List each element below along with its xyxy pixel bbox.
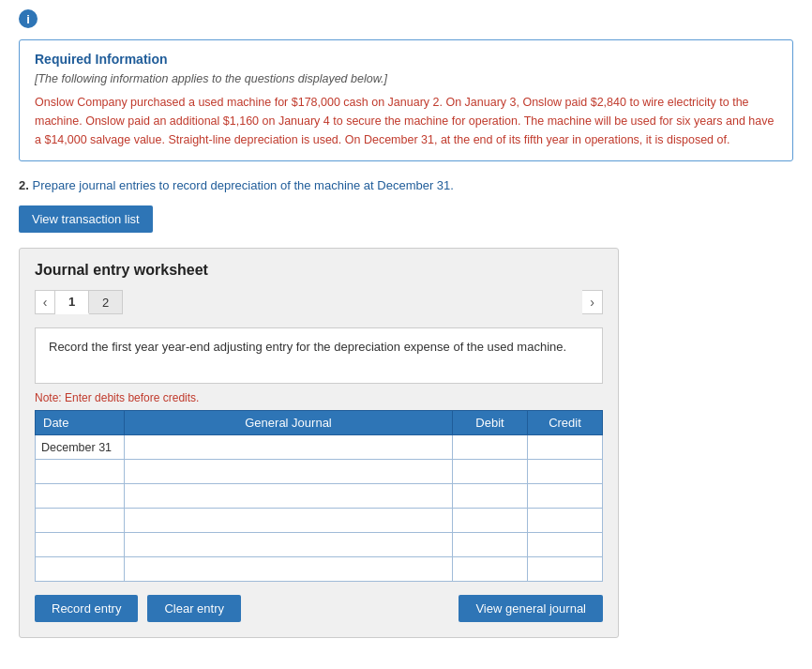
table-row [36, 533, 603, 557]
credit-input-1[interactable] [528, 435, 602, 459]
date-cell-5 [36, 533, 125, 557]
next-tab-button[interactable]: › [582, 290, 603, 314]
col-header-credit: Credit [528, 411, 603, 435]
debit-input-5[interactable] [453, 533, 527, 556]
credit-cell-6[interactable] [528, 557, 603, 582]
table-row [36, 484, 603, 509]
record-entry-button[interactable]: Record entry [35, 595, 138, 622]
left-arrow-icon: ‹ [43, 295, 48, 310]
journal-cell-4[interactable] [125, 509, 453, 533]
journal-input-3[interactable] [125, 484, 452, 508]
credit-input-4[interactable] [528, 509, 602, 532]
date-cell-6 [36, 557, 125, 582]
info-box-body: Onslow Company purchased a used machine … [35, 93, 777, 149]
date-cell-3 [36, 484, 125, 509]
tab-navigation: ‹ 1 2 › [35, 290, 603, 314]
journal-input-2[interactable] [125, 460, 452, 483]
table-row [36, 509, 603, 533]
question-number: 2. [19, 178, 29, 192]
journal-input-5[interactable] [125, 533, 452, 556]
journal-input-6[interactable] [125, 557, 452, 581]
info-icon: i [19, 9, 38, 28]
col-header-journal: General Journal [125, 411, 453, 435]
note-text: Note: Enter debits before credits. [35, 391, 603, 404]
journal-input-1[interactable] [125, 435, 452, 459]
journal-input-4[interactable] [125, 509, 452, 532]
date-cell-2 [36, 460, 125, 484]
tab-1-button[interactable]: 1 [55, 290, 89, 314]
debit-cell-3[interactable] [453, 484, 528, 509]
journal-cell-5[interactable] [125, 533, 453, 557]
debit-cell-1[interactable] [453, 435, 528, 460]
info-box-title: Required Information [35, 52, 777, 67]
col-header-debit: Debit [453, 411, 528, 435]
credit-cell-2[interactable] [528, 460, 603, 484]
question-label: 2. Prepare journal entries to record dep… [19, 178, 793, 192]
bottom-buttons: Record entry Clear entry View general jo… [35, 595, 603, 622]
instruction-text: Record the first year year-end adjusting… [49, 340, 566, 354]
table-row [36, 460, 603, 484]
journal-cell-6[interactable] [125, 557, 453, 582]
credit-input-3[interactable] [528, 484, 602, 508]
table-row: December 31 [36, 435, 603, 460]
debit-cell-2[interactable] [453, 460, 528, 484]
view-transaction-button[interactable]: View transaction list [19, 205, 153, 233]
worksheet-container: Journal entry worksheet ‹ 1 2 › Record t… [19, 248, 619, 638]
debit-cell-5[interactable] [453, 533, 528, 557]
table-row [36, 557, 603, 582]
credit-cell-1[interactable] [528, 435, 603, 460]
instruction-box: Record the first year year-end adjusting… [35, 327, 603, 384]
question-text: Prepare journal entries to record deprec… [32, 178, 453, 192]
clear-entry-button[interactable]: Clear entry [147, 595, 241, 622]
right-arrow-icon: › [590, 295, 594, 310]
debit-input-1[interactable] [453, 435, 527, 459]
credit-input-2[interactable] [528, 460, 602, 483]
credit-input-5[interactable] [528, 533, 602, 556]
debit-input-2[interactable] [453, 460, 527, 483]
journal-cell-2[interactable] [125, 460, 453, 484]
date-cell-4 [36, 509, 125, 533]
debit-input-6[interactable] [453, 557, 527, 581]
col-header-date: Date [36, 411, 125, 435]
info-box: Required Information [The following info… [19, 39, 793, 161]
debit-input-3[interactable] [453, 484, 527, 508]
credit-cell-5[interactable] [528, 533, 603, 557]
tab-2-button[interactable]: 2 [89, 290, 123, 314]
date-cell-1: December 31 [36, 435, 125, 460]
info-box-subtitle: [The following information applies to th… [35, 72, 777, 85]
debit-input-4[interactable] [453, 509, 527, 532]
credit-input-6[interactable] [528, 557, 602, 581]
debit-cell-4[interactable] [453, 509, 528, 533]
credit-cell-4[interactable] [528, 509, 603, 533]
worksheet-title: Journal entry worksheet [35, 262, 603, 279]
debit-cell-6[interactable] [453, 557, 528, 582]
credit-cell-3[interactable] [528, 484, 603, 509]
journal-cell-1[interactable] [125, 435, 453, 460]
journal-table: Date General Journal Debit Credit Decemb… [35, 410, 603, 582]
view-general-journal-button[interactable]: View general journal [459, 595, 603, 622]
prev-tab-button[interactable]: ‹ [35, 290, 55, 314]
journal-cell-3[interactable] [125, 484, 453, 509]
